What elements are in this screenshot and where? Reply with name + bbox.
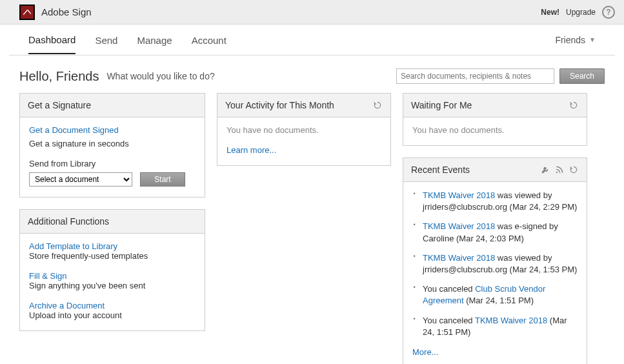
nav-tabs: Dashboard Send Manage Account Friends ▼ bbox=[9, 25, 615, 56]
panel-title: Your Activity for This Month bbox=[225, 100, 334, 110]
fill-sign-desc: Sign anything you've been sent bbox=[29, 281, 196, 290]
event-link[interactable]: TKMB Waiver 2018 bbox=[423, 221, 495, 231]
panel-activity: Your Activity for This Month You have no… bbox=[217, 93, 391, 166]
panel-title: Get a Signature bbox=[28, 100, 91, 110]
panel-recent-events: Recent Events TKMB Waiver 2018 was viewe… bbox=[403, 157, 587, 364]
help-icon[interactable]: ? bbox=[602, 6, 615, 19]
event-link[interactable]: TKMB Waiver 2018 bbox=[423, 190, 495, 200]
main-columns: Get a Signature Get a Document Signed Ge… bbox=[0, 93, 624, 364]
tab-manage[interactable]: Manage bbox=[137, 26, 172, 54]
search-button[interactable]: Search bbox=[559, 68, 605, 84]
archive-doc-desc: Upload into your account bbox=[29, 310, 196, 320]
event-list: TKMB Waiver 2018 was viewed by jrriders@… bbox=[412, 190, 578, 346]
greeting-text: Hello, Friends bbox=[19, 69, 99, 84]
event-item: You canceled Club Scrub Vendor Agreement… bbox=[412, 283, 578, 314]
chevron-down-icon: ▼ bbox=[589, 36, 596, 43]
event-item: TKMB Waiver 2018 was e-signed by Carolin… bbox=[412, 221, 578, 252]
panel-get-signature: Get a Signature Get a Document Signed Ge… bbox=[19, 93, 205, 197]
panel-title: Recent Events bbox=[411, 165, 470, 175]
more-link[interactable]: More... bbox=[403, 347, 587, 364]
event-item: You canceled TKMB Waiver 2018 (Mar 24, 1… bbox=[412, 315, 578, 346]
greeting-subtext: What would you like to do? bbox=[106, 71, 214, 81]
panel-header: Additional Functions bbox=[20, 210, 205, 234]
event-link[interactable]: TKMB Waiver 2018 bbox=[475, 316, 547, 325]
add-template-desc: Store frequently-used templates bbox=[29, 251, 196, 261]
search-input[interactable] bbox=[396, 68, 554, 84]
new-label: New! bbox=[541, 8, 559, 17]
refresh-icon[interactable] bbox=[569, 165, 579, 175]
archive-doc-link[interactable]: Archive a Document bbox=[29, 301, 196, 310]
svg-point-0 bbox=[556, 172, 558, 173]
upgrade-link[interactable]: Upgrade bbox=[566, 8, 596, 17]
greeting-row: Hello, Friends What would you like to do… bbox=[0, 56, 624, 93]
panel-title: Waiting For Me bbox=[411, 100, 472, 110]
start-button[interactable]: Start bbox=[140, 172, 185, 187]
refresh-icon[interactable] bbox=[569, 100, 579, 110]
panel-title: Additional Functions bbox=[28, 216, 109, 227]
library-select[interactable]: Select a document bbox=[29, 172, 132, 187]
panel-header: Waiting For Me bbox=[403, 94, 587, 117]
user-menu[interactable]: Friends ▼ bbox=[555, 35, 596, 45]
app-logo bbox=[19, 5, 35, 20]
fill-sign-link[interactable]: Fill & Sign bbox=[29, 271, 196, 281]
panel-header: Get a Signature bbox=[20, 94, 205, 117]
waiting-empty: You have no documents. bbox=[412, 125, 578, 135]
panel-header: Your Activity for This Month bbox=[217, 94, 390, 117]
learn-more-link[interactable]: Learn more... bbox=[226, 145, 381, 155]
tab-dashboard[interactable]: Dashboard bbox=[28, 25, 75, 54]
tab-send[interactable]: Send bbox=[95, 26, 117, 54]
activity-empty: You have no documents. bbox=[226, 125, 381, 135]
rss-icon[interactable] bbox=[554, 165, 565, 175]
get-document-signed-link[interactable]: Get a Document Signed bbox=[29, 125, 196, 135]
wrench-icon[interactable] bbox=[540, 165, 550, 175]
send-from-library-label: Send from Library bbox=[29, 159, 196, 168]
tab-account[interactable]: Account bbox=[192, 26, 226, 54]
get-document-signed-desc: Get a signature in seconds bbox=[29, 139, 196, 148]
app-title: Adobe Sign bbox=[41, 6, 92, 17]
add-template-link[interactable]: Add Template to Library bbox=[29, 241, 196, 251]
event-item: TKMB Waiver 2018 was viewed by jrriders@… bbox=[412, 190, 578, 221]
event-item: TKMB Waiver 2018 was viewed by jrriders@… bbox=[412, 252, 578, 283]
event-link[interactable]: TKMB Waiver 2018 bbox=[423, 253, 495, 263]
panel-header: Recent Events bbox=[403, 158, 587, 182]
panel-additional-functions: Additional Functions Add Template to Lib… bbox=[19, 209, 205, 331]
refresh-icon[interactable] bbox=[372, 100, 383, 110]
panel-waiting: Waiting For Me You have no documents. bbox=[403, 93, 587, 146]
user-name: Friends bbox=[555, 35, 585, 45]
topbar: Adobe Sign New! Upgrade ? bbox=[0, 0, 624, 25]
